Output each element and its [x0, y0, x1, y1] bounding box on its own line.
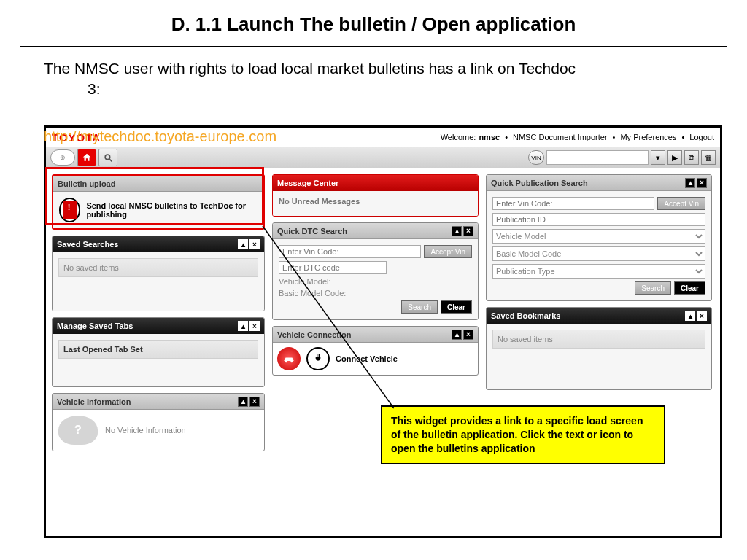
column-3: Quick Publication Search ▴× Accept Vin V…	[486, 174, 712, 390]
dtc-clear-button[interactable]: Clear	[441, 300, 472, 314]
dtc-search-button[interactable]: Search	[401, 300, 438, 314]
home-tab[interactable]	[77, 149, 96, 166]
svg-point-2	[285, 360, 287, 362]
welcome-user: nmsc	[479, 133, 500, 141]
user-role: NMSC Document Importer	[513, 133, 608, 141]
bulletin-upload-panel[interactable]: Bulletin upload Send local NMSC bulletin…	[52, 174, 265, 230]
saved-bookmarks-title: Saved Bookmarks	[491, 311, 560, 320]
home-icon	[82, 152, 92, 163]
saved-bookmarks-header: Saved Bookmarks ▴×	[487, 308, 711, 324]
saved-searches-empty: No saved items	[58, 258, 258, 277]
toolbar-copy-button[interactable]: ⧉	[684, 150, 699, 165]
bulletin-icon[interactable]	[59, 198, 80, 222]
intro-line-2: 3:	[44, 79, 703, 99]
vehicle-model-select[interactable]: Vehicle Model	[492, 229, 705, 244]
vehicle-information-title: Vehicle Information	[57, 397, 131, 406]
dtc-vehicle-model-label: Vehicle Model:	[279, 277, 331, 286]
app-screenshot: TOYOTA Welcome: nmsc • NMSC Document Imp…	[44, 125, 722, 538]
publication-id-input[interactable]	[492, 213, 705, 226]
collapse-icon[interactable]: ▴	[452, 330, 462, 340]
vehicle-connection-header: Vehicle Connection ▴×	[273, 327, 478, 343]
close-icon[interactable]: ×	[249, 321, 260, 331]
pub-clear-button[interactable]: Clear	[674, 281, 705, 295]
dtc-basic-model-code-label: Basic Model Code:	[279, 289, 346, 298]
column-2: Message Center No Unread Messages Quick …	[272, 174, 479, 376]
toolbar-dropdown-button[interactable]: ▾	[651, 150, 665, 165]
collapse-icon[interactable]: ▴	[238, 321, 248, 331]
basic-model-code-select[interactable]: Basic Model Code	[492, 246, 705, 261]
toolbar-go-button[interactable]: ▶	[667, 150, 682, 165]
svg-point-3	[290, 360, 293, 362]
saved-bookmarks-empty: No saved items	[492, 330, 705, 349]
manage-saved-tabs-title: Manage Saved Tabs	[57, 322, 133, 330]
close-icon[interactable]: ×	[249, 397, 260, 407]
quick-publication-search-title: Quick Publication Search	[491, 179, 588, 187]
search-icon	[104, 153, 113, 163]
intro-line-1: The NMSC user with rights to load local …	[44, 58, 703, 79]
close-icon[interactable]: ×	[463, 330, 473, 340]
quick-dtc-search-header: Quick DTC Search ▴×	[273, 223, 478, 239]
collapse-icon[interactable]: ▴	[238, 239, 248, 249]
vin-badge-icon: VIN	[528, 150, 544, 165]
connect-vehicle-label[interactable]: Connect Vehicle	[336, 354, 398, 363]
dtc-accept-vin-button[interactable]: Accept Vin	[424, 245, 472, 258]
last-opened-tab-set[interactable]: Last Opened Tab Set	[58, 340, 258, 359]
svg-line-1	[109, 159, 112, 161]
vehicle-information-header: Vehicle Information ▴×	[53, 394, 264, 410]
vehicle-information-panel: Vehicle Information ▴× ? No Vehicle Info…	[52, 393, 265, 451]
welcome-label: Welcome:	[441, 133, 476, 141]
collapse-icon[interactable]: ▴	[685, 311, 695, 321]
toolbar-delete-button[interactable]: 🗑	[701, 150, 716, 165]
close-icon[interactable]: ×	[697, 178, 707, 188]
publication-type-select[interactable]: Publication Type	[492, 264, 705, 279]
my-preferences-link[interactable]: My Preferences	[620, 133, 676, 141]
manage-saved-tabs-panel: Manage Saved Tabs ▴× Last Opened Tab Set	[52, 317, 265, 387]
message-center-panel: Message Center No Unread Messages	[272, 174, 479, 217]
message-center-body: No Unread Messages	[273, 191, 478, 216]
quick-dtc-search-panel: Quick DTC Search ▴× Accept Vin Vehicle M…	[272, 222, 479, 320]
car-status-icon	[277, 347, 301, 370]
topbar-right: Welcome: nmsc • NMSC Document Importer •…	[441, 133, 714, 141]
intro-text: The NMSC user with rights to load local …	[0, 54, 747, 100]
collapse-icon[interactable]: ▴	[238, 397, 248, 407]
close-icon[interactable]: ×	[249, 239, 260, 249]
quick-publication-search-header: Quick Publication Search ▴×	[487, 175, 711, 191]
search-tab[interactable]	[98, 149, 117, 166]
callout-annotation: This widget provides a link to a specifi…	[381, 405, 665, 464]
close-icon[interactable]: ×	[463, 226, 473, 236]
dtc-code-input[interactable]	[279, 261, 387, 274]
pub-search-button[interactable]: Search	[635, 281, 671, 295]
saved-searches-title: Saved Searches	[57, 240, 118, 249]
saved-searches-header: Saved Searches ▴×	[53, 236, 264, 252]
slide-title: D. 1.1 Launch The bulletin / Open applic…	[0, 0, 747, 36]
dtc-vin-input[interactable]	[279, 245, 421, 258]
techdoc-url[interactable]: http://mytechdoc.toyota-europe.com	[44, 128, 276, 145]
manage-saved-tabs-header: Manage Saved Tabs ▴×	[53, 318, 264, 334]
bulletin-upload-title: Bulletin upload	[58, 179, 115, 188]
vehicle-connection-title: Vehicle Connection	[277, 330, 351, 339]
collapse-icon[interactable]: ▴	[452, 226, 462, 236]
car-placeholder-icon: ?	[58, 416, 98, 445]
vehicle-connection-panel: Vehicle Connection ▴× Connect Vehicle	[272, 326, 479, 376]
quick-publication-search-panel: Quick Publication Search ▴× Accept Vin V…	[486, 174, 712, 301]
message-center-title: Message Center	[277, 179, 338, 187]
vehicle-information-empty: No Vehicle Information	[105, 426, 186, 435]
message-center-header: Message Center	[273, 175, 478, 191]
toolbar-vin-input[interactable]	[546, 150, 649, 165]
app-toolbar: ⊕ VIN ▾ ▶ ⧉ 🗑	[46, 147, 720, 168]
pub-accept-vin-button[interactable]: Accept Vin	[657, 197, 705, 210]
collapse-icon[interactable]: ▴	[685, 178, 695, 188]
divider	[20, 46, 727, 47]
saved-bookmarks-panel: Saved Bookmarks ▴× No saved items	[486, 307, 712, 390]
bulletin-upload-header: Bulletin upload	[53, 176, 263, 192]
column-1: Bulletin upload Send local NMSC bulletin…	[52, 174, 265, 451]
plug-icon[interactable]	[306, 347, 330, 370]
toyota-oval-icon: ⊕	[50, 149, 75, 166]
logout-link[interactable]: Logout	[689, 133, 714, 141]
bulletin-upload-text[interactable]: Send local NMSC bulletins to TechDoc for…	[86, 201, 258, 219]
close-icon[interactable]: ×	[697, 311, 707, 321]
pub-vin-input[interactable]	[492, 197, 654, 210]
quick-dtc-search-title: Quick DTC Search	[277, 227, 347, 236]
svg-point-0	[105, 155, 110, 160]
saved-searches-panel: Saved Searches ▴× No saved items	[52, 236, 265, 311]
